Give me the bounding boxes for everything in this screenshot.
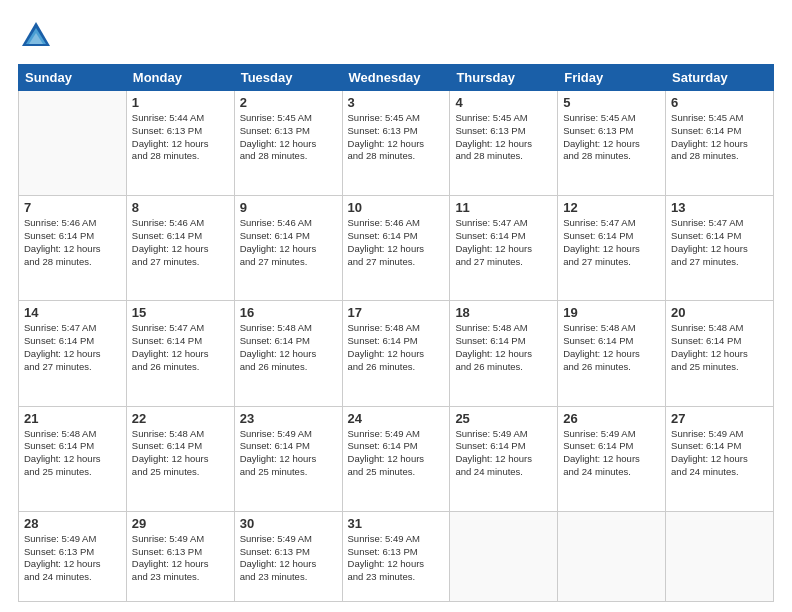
sunset-text: Sunset: 6:13 PM [132, 546, 202, 557]
calendar-cell: 15Sunrise: 5:47 AMSunset: 6:14 PMDayligh… [126, 301, 234, 406]
sunrise-text: Sunrise: 5:49 AM [563, 428, 635, 439]
sunrise-text: Sunrise: 5:49 AM [455, 428, 527, 439]
daylight-text2: and 27 minutes. [24, 361, 92, 372]
day-info: Sunrise: 5:49 AMSunset: 6:14 PMDaylight:… [348, 428, 445, 479]
sunrise-text: Sunrise: 5:44 AM [132, 112, 204, 123]
daylight-text2: and 25 minutes. [348, 466, 416, 477]
sunset-text: Sunset: 6:14 PM [455, 335, 525, 346]
calendar-cell: 16Sunrise: 5:48 AMSunset: 6:14 PMDayligh… [234, 301, 342, 406]
sunset-text: Sunset: 6:14 PM [671, 230, 741, 241]
day-info: Sunrise: 5:47 AMSunset: 6:14 PMDaylight:… [24, 322, 121, 373]
daylight-text2: and 28 minutes. [563, 150, 631, 161]
calendar-cell: 31Sunrise: 5:49 AMSunset: 6:13 PMDayligh… [342, 511, 450, 601]
sunrise-text: Sunrise: 5:48 AM [24, 428, 96, 439]
day-number: 12 [563, 200, 660, 215]
calendar-cell: 3Sunrise: 5:45 AMSunset: 6:13 PMDaylight… [342, 91, 450, 196]
day-info: Sunrise: 5:49 AMSunset: 6:13 PMDaylight:… [24, 533, 121, 584]
day-number: 23 [240, 411, 337, 426]
day-info: Sunrise: 5:49 AMSunset: 6:14 PMDaylight:… [671, 428, 768, 479]
day-info: Sunrise: 5:45 AMSunset: 6:14 PMDaylight:… [671, 112, 768, 163]
daylight-text2: and 25 minutes. [671, 361, 739, 372]
sunset-text: Sunset: 6:14 PM [132, 230, 202, 241]
sunrise-text: Sunrise: 5:46 AM [24, 217, 96, 228]
day-info: Sunrise: 5:44 AMSunset: 6:13 PMDaylight:… [132, 112, 229, 163]
day-info: Sunrise: 5:46 AMSunset: 6:14 PMDaylight:… [24, 217, 121, 268]
calendar-cell: 10Sunrise: 5:46 AMSunset: 6:14 PMDayligh… [342, 196, 450, 301]
day-number: 30 [240, 516, 337, 531]
day-number: 15 [132, 305, 229, 320]
daylight-text2: and 23 minutes. [132, 571, 200, 582]
calendar-cell: 9Sunrise: 5:46 AMSunset: 6:14 PMDaylight… [234, 196, 342, 301]
calendar-cell: 29Sunrise: 5:49 AMSunset: 6:13 PMDayligh… [126, 511, 234, 601]
sunset-text: Sunset: 6:13 PM [455, 125, 525, 136]
calendar-cell: 22Sunrise: 5:48 AMSunset: 6:14 PMDayligh… [126, 406, 234, 511]
daylight-text: Daylight: 12 hours [671, 453, 748, 464]
daylight-text2: and 26 minutes. [132, 361, 200, 372]
day-info: Sunrise: 5:49 AMSunset: 6:13 PMDaylight:… [348, 533, 445, 584]
day-info: Sunrise: 5:48 AMSunset: 6:14 PMDaylight:… [671, 322, 768, 373]
daylight-text2: and 27 minutes. [240, 256, 308, 267]
calendar-cell: 18Sunrise: 5:48 AMSunset: 6:14 PMDayligh… [450, 301, 558, 406]
calendar-week-row: 21Sunrise: 5:48 AMSunset: 6:14 PMDayligh… [19, 406, 774, 511]
sunrise-text: Sunrise: 5:46 AM [132, 217, 204, 228]
day-number: 16 [240, 305, 337, 320]
day-number: 13 [671, 200, 768, 215]
day-number: 22 [132, 411, 229, 426]
calendar-cell: 13Sunrise: 5:47 AMSunset: 6:14 PMDayligh… [666, 196, 774, 301]
daylight-text: Daylight: 12 hours [348, 138, 425, 149]
daylight-text: Daylight: 12 hours [671, 243, 748, 254]
daylight-text2: and 27 minutes. [132, 256, 200, 267]
sunset-text: Sunset: 6:14 PM [563, 230, 633, 241]
daylight-text2: and 25 minutes. [132, 466, 200, 477]
sunrise-text: Sunrise: 5:47 AM [132, 322, 204, 333]
calendar-cell: 21Sunrise: 5:48 AMSunset: 6:14 PMDayligh… [19, 406, 127, 511]
day-number: 3 [348, 95, 445, 110]
daylight-text: Daylight: 12 hours [348, 348, 425, 359]
day-number: 25 [455, 411, 552, 426]
calendar-week-row: 14Sunrise: 5:47 AMSunset: 6:14 PMDayligh… [19, 301, 774, 406]
day-info: Sunrise: 5:45 AMSunset: 6:13 PMDaylight:… [455, 112, 552, 163]
calendar-cell [558, 511, 666, 601]
calendar-cell: 4Sunrise: 5:45 AMSunset: 6:13 PMDaylight… [450, 91, 558, 196]
daylight-text2: and 27 minutes. [563, 256, 631, 267]
daylight-text2: and 28 minutes. [348, 150, 416, 161]
day-info: Sunrise: 5:48 AMSunset: 6:14 PMDaylight:… [563, 322, 660, 373]
daylight-text2: and 28 minutes. [240, 150, 308, 161]
calendar-week-row: 7Sunrise: 5:46 AMSunset: 6:14 PMDaylight… [19, 196, 774, 301]
sunset-text: Sunset: 6:14 PM [348, 335, 418, 346]
sunrise-text: Sunrise: 5:45 AM [240, 112, 312, 123]
daylight-text: Daylight: 12 hours [132, 453, 209, 464]
weekday-header-row: SundayMondayTuesdayWednesdayThursdayFrid… [19, 65, 774, 91]
calendar-page: SundayMondayTuesdayWednesdayThursdayFrid… [0, 0, 792, 612]
sunrise-text: Sunrise: 5:48 AM [240, 322, 312, 333]
daylight-text: Daylight: 12 hours [132, 558, 209, 569]
weekday-header: Monday [126, 65, 234, 91]
logo [18, 18, 58, 54]
daylight-text: Daylight: 12 hours [455, 138, 532, 149]
sunset-text: Sunset: 6:14 PM [671, 335, 741, 346]
sunrise-text: Sunrise: 5:45 AM [348, 112, 420, 123]
day-info: Sunrise: 5:49 AMSunset: 6:14 PMDaylight:… [563, 428, 660, 479]
calendar-cell: 1Sunrise: 5:44 AMSunset: 6:13 PMDaylight… [126, 91, 234, 196]
day-number: 7 [24, 200, 121, 215]
day-number: 26 [563, 411, 660, 426]
daylight-text: Daylight: 12 hours [132, 138, 209, 149]
sunrise-text: Sunrise: 5:47 AM [563, 217, 635, 228]
calendar-cell: 27Sunrise: 5:49 AMSunset: 6:14 PMDayligh… [666, 406, 774, 511]
day-info: Sunrise: 5:48 AMSunset: 6:14 PMDaylight:… [24, 428, 121, 479]
day-info: Sunrise: 5:45 AMSunset: 6:13 PMDaylight:… [563, 112, 660, 163]
daylight-text2: and 25 minutes. [240, 466, 308, 477]
sunset-text: Sunset: 6:13 PM [240, 546, 310, 557]
daylight-text2: and 24 minutes. [563, 466, 631, 477]
daylight-text: Daylight: 12 hours [240, 558, 317, 569]
sunset-text: Sunset: 6:13 PM [240, 125, 310, 136]
calendar-cell: 11Sunrise: 5:47 AMSunset: 6:14 PMDayligh… [450, 196, 558, 301]
day-info: Sunrise: 5:45 AMSunset: 6:13 PMDaylight:… [240, 112, 337, 163]
daylight-text2: and 24 minutes. [671, 466, 739, 477]
day-info: Sunrise: 5:47 AMSunset: 6:14 PMDaylight:… [455, 217, 552, 268]
day-number: 18 [455, 305, 552, 320]
daylight-text: Daylight: 12 hours [671, 138, 748, 149]
day-number: 9 [240, 200, 337, 215]
day-number: 1 [132, 95, 229, 110]
sunrise-text: Sunrise: 5:49 AM [671, 428, 743, 439]
